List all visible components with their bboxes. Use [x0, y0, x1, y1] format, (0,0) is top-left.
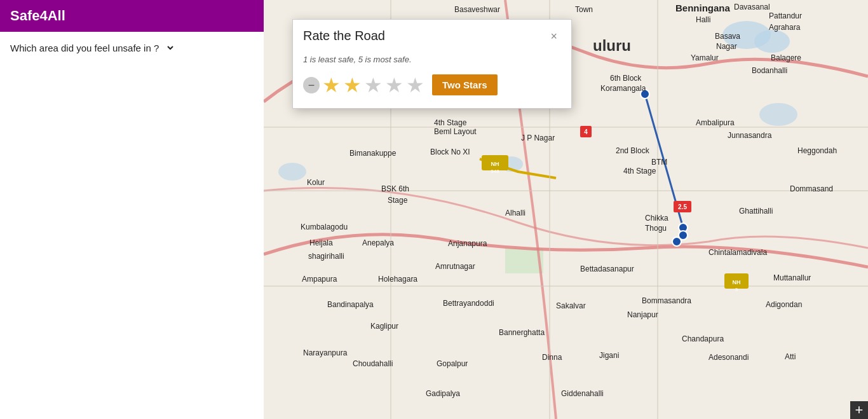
star-3[interactable]: ★ [364, 75, 383, 95]
svg-text:4: 4 [584, 128, 588, 135]
area-selector: Which area did you feel unsafe in ? [0, 32, 264, 64]
modal-title: Rate the Road [303, 29, 385, 43]
svg-text:3: 3 [735, 287, 738, 292]
sidebar: Safe4All Which area did you feel unsafe … [0, 0, 264, 419]
question-label: Which area did you feel unsafe in ? [10, 43, 159, 53]
svg-text:NH: NH [733, 279, 741, 285]
decrease-rating-button[interactable]: − [303, 77, 320, 93]
star-4[interactable]: ★ [385, 75, 403, 95]
zoom-in-button[interactable]: + [850, 401, 868, 419]
star-5[interactable]: ★ [406, 75, 424, 95]
rate-road-modal: Rate the Road × 1 is least safe, 5 is mo… [292, 19, 572, 109]
svg-point-16 [641, 90, 649, 99]
svg-point-4 [278, 163, 306, 181]
app-title: Safe4All [0, 0, 264, 32]
star-2[interactable]: ★ [343, 75, 362, 95]
svg-text:948: 948 [491, 168, 499, 174]
svg-point-2 [754, 30, 790, 53]
modal-close-button[interactable]: × [546, 29, 561, 43]
svg-text:2.5: 2.5 [678, 203, 687, 210]
modal-header: Rate the Road × [293, 20, 571, 48]
svg-text:NH: NH [491, 161, 499, 167]
area-dropdown[interactable] [163, 42, 175, 54]
star-1[interactable]: ★ [322, 75, 341, 95]
modal-subtitle: 1 is least safe, 5 is most safe. [303, 55, 561, 64]
star-rating-row: − ★ ★ ★ ★ ★ Two Stars [303, 74, 561, 95]
svg-point-19 [672, 237, 681, 246]
modal-body: 1 is least safe, 5 is most safe. − ★ ★ ★… [293, 48, 571, 108]
two-stars-button[interactable]: Two Stars [432, 74, 498, 95]
svg-point-5 [759, 103, 797, 126]
